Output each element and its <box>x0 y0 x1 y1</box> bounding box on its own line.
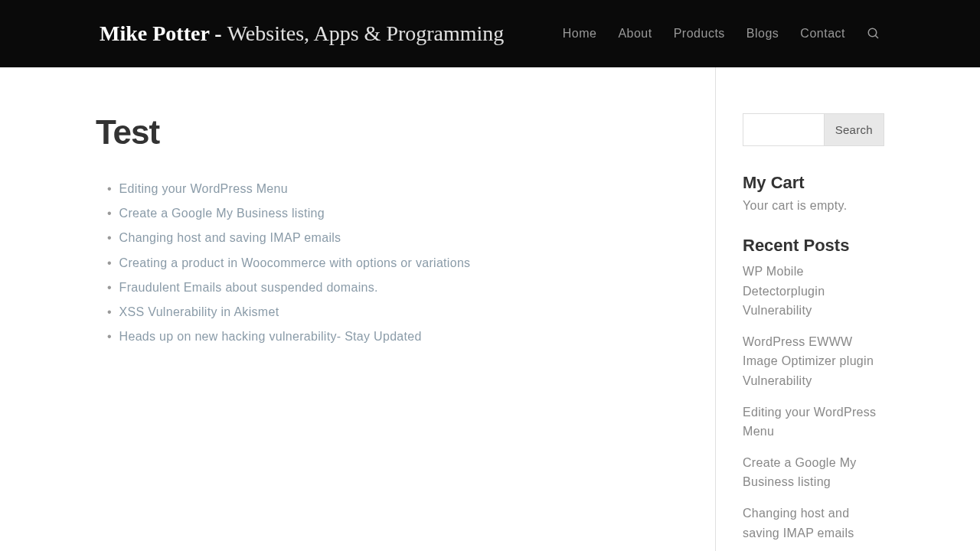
my-cart-text: Your cart is empty. <box>743 199 884 213</box>
list-item: WordPress EWWW Image Optimizer plugin Vu… <box>743 332 884 391</box>
list-item: Fraudulent Emails about suspended domain… <box>107 277 684 298</box>
post-list: Editing your WordPress Menu Create a Goo… <box>96 178 684 347</box>
svg-point-0 <box>868 28 877 37</box>
recent-posts-heading: Recent Posts <box>743 236 884 256</box>
nav-about[interactable]: About <box>618 27 652 41</box>
list-item: Creating a product in Woocommerce with o… <box>107 253 684 273</box>
list-item: WP Mobile Detectorplugin Vulnerability <box>743 262 884 321</box>
header: Mike Potter - Websites, Apps & Programmi… <box>0 0 980 67</box>
search-icon[interactable] <box>867 27 880 41</box>
logo-light-text: Websites, Apps & Programming <box>227 21 505 45</box>
post-link[interactable]: Heads up on new hacking vulnerability- S… <box>119 330 422 343</box>
recent-post-link[interactable]: Editing your WordPress Menu <box>743 406 876 439</box>
post-link[interactable]: Creating a product in Woocommerce with o… <box>119 256 471 269</box>
list-item: Editing your WordPress Menu <box>743 403 884 442</box>
post-link[interactable]: Editing your WordPress Menu <box>119 182 288 195</box>
logo-bold-text: Mike Potter - <box>100 21 227 45</box>
page-title: Test <box>96 113 684 152</box>
main-content: Test Editing your WordPress Menu Create … <box>96 67 716 551</box>
nav-contact[interactable]: Contact <box>800 27 845 41</box>
search-input[interactable] <box>743 113 825 146</box>
list-item: Create a Google My Business listing <box>743 453 884 492</box>
recent-post-link[interactable]: Create a Google My Business listing <box>743 456 857 489</box>
list-item: XSS Vulnerability in Akismet <box>107 302 684 322</box>
post-link[interactable]: Changing host and saving IMAP emails <box>119 231 341 244</box>
main-nav: Home About Products Blogs Contact <box>563 27 880 41</box>
site-logo[interactable]: Mike Potter - Websites, Apps & Programmi… <box>100 21 504 46</box>
nav-blogs[interactable]: Blogs <box>746 27 779 41</box>
nav-products[interactable]: Products <box>674 27 725 41</box>
list-item: Editing your WordPress Menu <box>107 178 684 199</box>
post-link[interactable]: XSS Vulnerability in Akismet <box>119 305 279 318</box>
search-box: Search <box>743 113 884 146</box>
list-item: Changing host and saving IMAP emails <box>107 227 684 248</box>
list-item: Create a Google My Business listing <box>107 203 684 223</box>
recent-post-link[interactable]: WordPress EWWW Image Optimizer plugin Vu… <box>743 335 874 387</box>
recent-post-link[interactable]: Changing host and saving IMAP emails <box>743 507 854 540</box>
content-wrapper: Test Editing your WordPress Menu Create … <box>96 67 884 551</box>
recent-post-link[interactable]: WP Mobile Detectorplugin Vulnerability <box>743 265 825 317</box>
list-item: Heads up on new hacking vulnerability- S… <box>107 326 684 347</box>
my-cart-heading: My Cart <box>743 173 884 193</box>
search-button[interactable]: Search <box>825 113 884 146</box>
svg-line-1 <box>875 35 878 38</box>
post-link[interactable]: Fraudulent Emails about suspended domain… <box>119 281 378 294</box>
recent-posts-list: WP Mobile Detectorplugin Vulnerability W… <box>743 262 884 543</box>
nav-home[interactable]: Home <box>563 27 597 41</box>
sidebar: Search My Cart Your cart is empty. Recen… <box>716 67 884 551</box>
list-item: Changing host and saving IMAP emails <box>743 504 884 543</box>
post-link[interactable]: Create a Google My Business listing <box>119 207 325 220</box>
